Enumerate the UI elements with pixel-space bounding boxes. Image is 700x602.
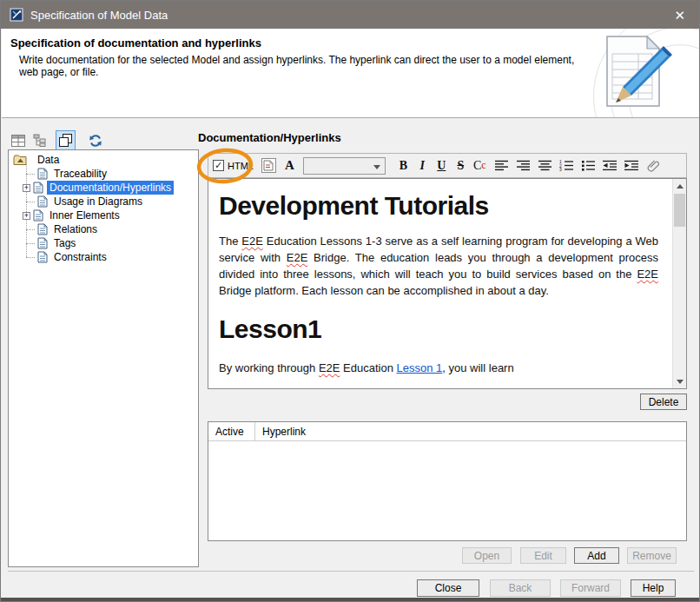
align-center-icon [538, 160, 551, 171]
tree-connector [26, 174, 35, 175]
app-icon [10, 8, 23, 22]
edit-source-button[interactable] [261, 158, 276, 173]
tree-item-data[interactable]: Data [13, 153, 62, 167]
misspelled-text: E2E [287, 251, 308, 264]
properties-mode-button[interactable] [8, 130, 28, 150]
close-button[interactable]: Close [417, 579, 479, 597]
misspelled-text: E2E [241, 235, 263, 248]
tree-item-label-selected: Documentation/Hyperlinks [47, 181, 174, 195]
document-body[interactable]: Development Tutorials The E2E Education … [208, 179, 672, 389]
tree-item-constraints[interactable]: Constraints [21, 250, 109, 264]
attach-file-button[interactable] [646, 157, 661, 175]
numbered-list-button[interactable]: 123 [559, 157, 574, 175]
align-center-button[interactable] [538, 157, 552, 175]
tree-item-label: Relations [51, 222, 100, 236]
titlebar: Specification of Model Data ✕ [1, 1, 699, 29]
header-title: Specification of documentation and hyper… [10, 36, 261, 50]
tree-item-label: Constraints [51, 250, 109, 264]
spec-tree-panel[interactable]: Data Traceability + Documentation/Hyperl… [8, 149, 199, 567]
underline-button[interactable]: U [434, 157, 449, 175]
text-segment: Bridge platform. Each lesson can be acco… [219, 284, 549, 297]
scrollbar-thumb[interactable] [674, 194, 685, 227]
html-checkbox[interactable]: ✓ HTML [213, 160, 254, 171]
numbered-list-icon: 123 [559, 160, 573, 171]
doc-heading-lesson1: Lesson1 [219, 314, 658, 344]
open-button[interactable]: Open [462, 547, 512, 564]
tree-item-label: Usage in Diagrams [51, 195, 145, 208]
documentation-editor[interactable]: Development Tutorials The E2E Education … [208, 178, 687, 389]
standard-mode-button[interactable] [56, 130, 76, 150]
hyperlink-table[interactable]: Active Hyperlink [208, 421, 687, 541]
align-left-button[interactable] [494, 157, 509, 175]
decrease-indent-icon [603, 160, 617, 171]
edit-button[interactable]: Edit [520, 547, 566, 564]
forward-button[interactable]: Forward [560, 579, 621, 597]
misspelled-text: E2E [319, 361, 340, 374]
change-case-button[interactable]: Cc [472, 157, 487, 175]
svg-text:3: 3 [559, 167, 562, 171]
tree-item-inner-elements[interactable]: + Inner Elements [21, 208, 122, 222]
document-icon [37, 237, 48, 249]
expand-plus-icon[interactable]: + [23, 212, 30, 220]
page-title: Documentation/Hyperlinks [198, 131, 341, 144]
document-icon [33, 182, 43, 194]
tree-item-label: Traceability [51, 167, 109, 181]
tree-item-usage-in-diagrams[interactable]: Usage in Diagrams [21, 195, 145, 208]
window-bottom-frame [1, 598, 699, 601]
chevron-down-icon [373, 165, 380, 169]
expert-mode-button[interactable] [30, 130, 50, 150]
tree-item-traceability[interactable]: Traceability [21, 167, 109, 181]
document-pencil-icon [600, 33, 673, 113]
expand-plus-icon[interactable]: + [23, 184, 30, 192]
tree-item-documentation-hyperlinks[interactable]: + Documentation/Hyperlinks [21, 181, 174, 195]
text-segment: By working through [219, 361, 319, 374]
tree-item-label: Inner Elements [47, 208, 122, 222]
help-button[interactable]: Help [631, 579, 676, 597]
italic-button[interactable]: I [415, 157, 430, 175]
strikethrough-button[interactable]: S [453, 157, 468, 175]
doc-paragraph: The E2E Education Lessons 1-3 serve as a… [219, 233, 658, 299]
note-page-icon [263, 160, 274, 171]
tree-item-relations[interactable]: Relations [21, 222, 100, 236]
dialog-header: Specification of documentation and hyper… [2, 29, 699, 118]
tree-item-label: Tags [51, 236, 78, 250]
text-segment: , you will learn [442, 361, 513, 374]
document-icon [37, 168, 48, 180]
increase-indent-button[interactable] [624, 157, 639, 175]
checkbox-check-icon: ✓ [213, 160, 224, 171]
delete-button[interactable]: Delete [640, 394, 687, 410]
doc-clipped-line: how to install the software and tools ne… [254, 388, 658, 389]
header-description: Write documentation for the selected Mod… [19, 54, 592, 78]
font-settings-button[interactable]: A [285, 158, 294, 173]
editor-scrollbar[interactable] [672, 179, 686, 388]
text-segment: The [219, 235, 241, 248]
doc-hyperlink[interactable]: Lesson 1 [397, 361, 443, 374]
align-right-button[interactable] [516, 157, 531, 175]
scroll-up-icon[interactable] [673, 179, 686, 193]
align-left-icon [495, 160, 508, 171]
doc-paragraph: By working through E2E Education Lesson … [219, 360, 658, 376]
scroll-down-icon[interactable] [673, 374, 686, 388]
hyperlink-table-header: Active Hyperlink [208, 422, 686, 441]
document-icon [37, 251, 48, 263]
model-folder-icon [13, 155, 27, 166]
align-right-icon [517, 160, 530, 171]
doc-heading-development-tutorials: Development Tutorials [219, 191, 658, 221]
refresh-icon [89, 134, 102, 148]
font-family-select[interactable] [303, 157, 386, 175]
close-icon[interactable]: ✕ [669, 7, 690, 23]
add-button[interactable]: Add [574, 547, 619, 564]
remove-button[interactable]: Remove [627, 547, 677, 564]
text-segment: Education [340, 361, 396, 374]
document-icon [37, 195, 48, 208]
refresh-button[interactable] [85, 130, 105, 150]
back-button[interactable]: Back [490, 579, 551, 597]
tree-item-tags[interactable]: Tags [21, 236, 78, 250]
tree-item-label: Data [35, 153, 62, 167]
tree-structure-icon [33, 134, 47, 147]
decrease-indent-button[interactable] [603, 157, 617, 175]
bullet-list-button[interactable] [581, 157, 596, 175]
misspelled-text: E2E [637, 268, 658, 281]
bold-button[interactable]: B [396, 157, 411, 175]
html-editor-toolbar: ✓ HTML A B I U S Cc [208, 153, 687, 178]
